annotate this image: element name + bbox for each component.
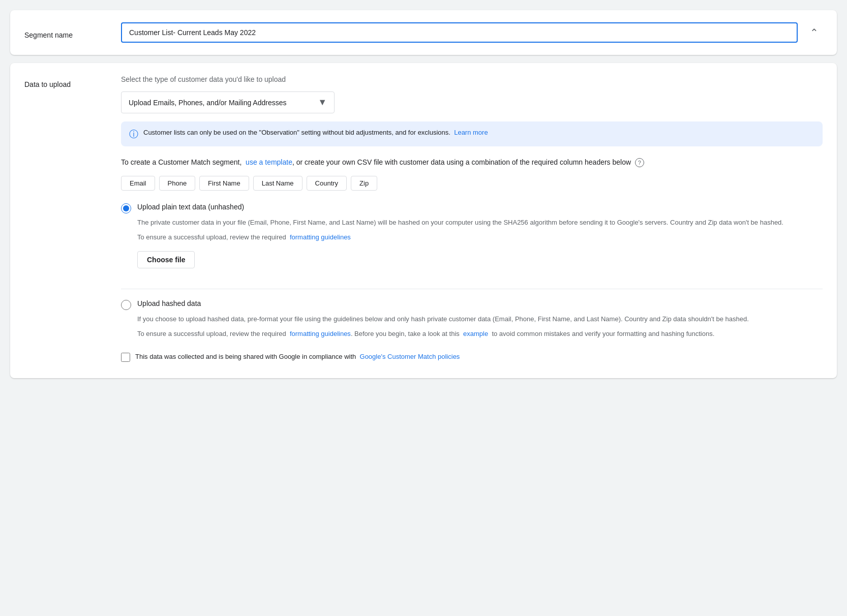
- upload-hashed-description-1: If you choose to upload hashed data, pre…: [137, 314, 823, 325]
- learn-more-link[interactable]: Learn more: [454, 129, 488, 136]
- segment-name-label: Segment name: [24, 26, 121, 39]
- upload-plain-description: The private customer data in your file (…: [137, 218, 823, 228]
- dropdown-chevron-icon: ▼: [318, 97, 327, 108]
- upload-hashed-description-2: To ensure a successful upload, review th…: [137, 329, 823, 340]
- dropdown-value: Upload Emails, Phones, and/or Mailing Ad…: [129, 99, 287, 107]
- compliance-checkbox[interactable]: [121, 353, 130, 362]
- info-circle-icon: ⓘ: [129, 128, 138, 140]
- upload-hashed-radio[interactable]: [121, 300, 131, 310]
- formatting-guidelines-link-2[interactable]: formatting guidelines: [290, 330, 351, 337]
- data-upload-card: Data to upload Select the type of custom…: [10, 63, 837, 378]
- use-template-link[interactable]: use a template: [246, 158, 292, 166]
- upload-subtitle: Select the type of customer data you'd l…: [121, 75, 823, 83]
- badge-last-name: Last Name: [253, 176, 302, 191]
- chevron-up-icon: ⌃: [810, 26, 819, 39]
- customer-match-policies-link[interactable]: Google's Customer Match policies: [360, 353, 460, 360]
- section-divider: [121, 289, 823, 289]
- compliance-label[interactable]: This data was collected and is being sha…: [135, 352, 460, 362]
- badge-country: Country: [307, 176, 347, 191]
- badge-phone: Phone: [159, 176, 196, 191]
- segment-name-content: [121, 22, 798, 43]
- upload-type-dropdown[interactable]: Upload Emails, Phones, and/or Mailing Ad…: [121, 91, 335, 113]
- example-link[interactable]: example: [463, 330, 488, 337]
- info-text: Customer lists can only be used on the "…: [143, 128, 488, 138]
- badge-email: Email: [121, 176, 155, 191]
- help-circle-icon: ?: [635, 158, 644, 167]
- collapse-button[interactable]: ⌃: [806, 24, 823, 41]
- formatting-guidelines-link-1[interactable]: formatting guidelines: [290, 233, 351, 241]
- upload-plain-section: Upload plain text data (unhashed) The pr…: [121, 203, 823, 276]
- segment-name-input[interactable]: [121, 22, 798, 43]
- segment-name-card: Segment name ⌃: [10, 10, 837, 55]
- compliance-row: This data was collected and is being sha…: [121, 352, 823, 362]
- upload-hashed-label[interactable]: Upload hashed data: [137, 299, 201, 307]
- info-box: ⓘ Customer lists can only be used on the…: [121, 121, 823, 146]
- choose-file-button[interactable]: Choose file: [137, 251, 195, 268]
- data-upload-label: Data to upload: [24, 75, 121, 88]
- upload-plain-label[interactable]: Upload plain text data (unhashed): [137, 203, 244, 211]
- template-description: To create a Customer Match segment, use …: [121, 157, 823, 168]
- upload-plain-format-text: To ensure a successful upload, review th…: [137, 232, 823, 243]
- badge-zip: Zip: [351, 176, 377, 191]
- column-badges-container: Email Phone First Name Last Name Country…: [121, 176, 823, 191]
- upload-plain-radio[interactable]: [121, 203, 131, 213]
- badge-first-name: First Name: [199, 176, 249, 191]
- data-upload-content: Select the type of customer data you'd l…: [121, 75, 823, 366]
- upload-hashed-section: Upload hashed data If you choose to uplo…: [121, 299, 823, 340]
